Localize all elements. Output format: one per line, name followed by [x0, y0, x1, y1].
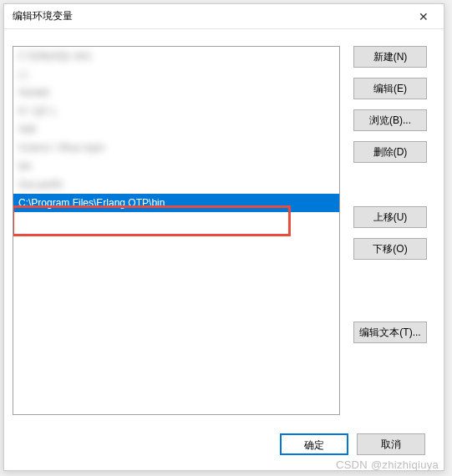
- close-icon: ✕: [419, 10, 429, 23]
- list-item-selected[interactable]: C:\Program Files\Erlang OTP\bin: [13, 194, 339, 212]
- sidebar-buttons: 新建(N) 编辑(E) 浏览(B)... 删除(D) 上移(U) 下移(O) 编…: [353, 46, 427, 415]
- watermark: CSDN @zhizhiqiuya: [336, 458, 439, 471]
- move-up-button[interactable]: 上移(U): [353, 206, 427, 228]
- edit-button[interactable]: 编辑(E): [353, 78, 427, 99]
- content-area: C E(MySQL bin) ( ) %Intell. D \ QC L %M: [4, 29, 444, 423]
- ok-button[interactable]: 确定: [280, 433, 348, 455]
- delete-button[interactable]: 删除(D): [353, 141, 427, 163]
- list-item[interactable]: %Intell.: [13, 84, 339, 102]
- move-down-button[interactable]: 下移(O): [353, 238, 427, 260]
- cancel-button[interactable]: 取消: [357, 433, 425, 455]
- spacer: [353, 173, 427, 196]
- environment-variable-dialog: 编辑环境变量 ✕ C E(MySQL bin) ( ) %Intell. D \…: [3, 3, 444, 471]
- titlebar: 编辑环境变量 ✕: [4, 4, 444, 29]
- list-item[interactable]: D \ QC L: [13, 102, 339, 120]
- list-item[interactable]: %M: [13, 120, 339, 139]
- list-item[interactable]: ( ): [13, 65, 339, 84]
- close-button[interactable]: ✕: [414, 8, 434, 25]
- path-listbox[interactable]: C E(MySQL bin) ( ) %Intell. D \ QC L %M: [13, 46, 340, 415]
- list-item[interactable]: bin: [13, 157, 339, 175]
- list-item[interactable]: \Users\ \ \Roa \npm: [13, 139, 339, 157]
- new-button[interactable]: 新建(N): [353, 46, 427, 68]
- list-item[interactable]: GoLand%: [13, 175, 339, 194]
- spacer: [353, 270, 427, 311]
- edit-text-button[interactable]: 编辑文本(T)...: [353, 322, 427, 343]
- dialog-title: 编辑环境变量: [13, 9, 73, 23]
- browse-button[interactable]: 浏览(B)...: [353, 109, 427, 131]
- list-item[interactable]: C E(MySQL bin): [13, 47, 339, 65]
